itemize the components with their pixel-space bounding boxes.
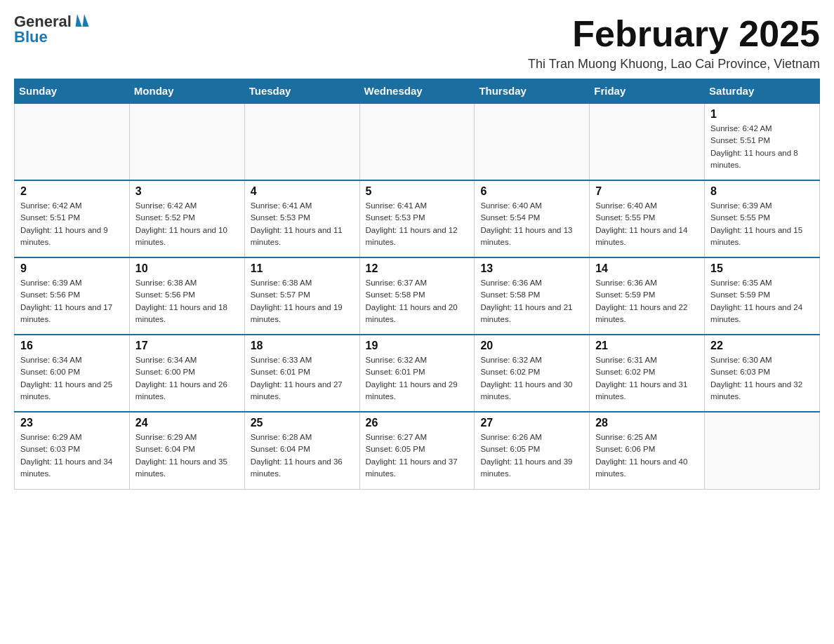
day-info: Sunrise: 6:25 AMSunset: 6:06 PMDaylight:… — [595, 431, 699, 480]
day-info: Sunrise: 6:34 AMSunset: 6:00 PMDaylight:… — [135, 354, 239, 403]
day-info: Sunrise: 6:38 AMSunset: 5:57 PMDaylight:… — [251, 277, 354, 326]
calendar-cell: 14Sunrise: 6:36 AMSunset: 5:59 PMDayligh… — [590, 257, 705, 335]
calendar-cell — [475, 103, 590, 180]
weekday-header-thursday: Thursday — [475, 79, 590, 104]
day-number: 15 — [710, 262, 814, 275]
day-number: 16 — [20, 340, 124, 352]
day-info: Sunrise: 6:42 AMSunset: 5:51 PMDaylight:… — [20, 200, 124, 248]
day-number: 10 — [135, 262, 239, 275]
day-number: 23 — [20, 417, 124, 429]
calendar-cell: 11Sunrise: 6:38 AMSunset: 5:57 PMDayligh… — [244, 257, 359, 335]
calendar-cell: 24Sunrise: 6:29 AMSunset: 6:04 PMDayligh… — [129, 412, 244, 489]
calendar-cell: 25Sunrise: 6:28 AMSunset: 6:04 PMDayligh… — [244, 412, 359, 489]
day-info: Sunrise: 6:42 AMSunset: 5:51 PMDaylight:… — [710, 123, 814, 171]
day-info: Sunrise: 6:40 AMSunset: 5:54 PMDaylight:… — [480, 200, 583, 248]
calendar-cell: 27Sunrise: 6:26 AMSunset: 6:05 PMDayligh… — [475, 412, 590, 489]
calendar-week-3: 9Sunrise: 6:39 AMSunset: 5:56 PMDaylight… — [15, 257, 820, 335]
day-number: 25 — [251, 417, 354, 429]
day-number: 1 — [710, 108, 814, 121]
day-number: 7 — [595, 185, 699, 198]
day-number: 14 — [595, 262, 699, 275]
title-block: February 2025 Thi Tran Muong Khuong, Lao… — [528, 14, 820, 72]
day-number: 4 — [251, 185, 354, 198]
month-title: February 2025 — [528, 14, 820, 54]
day-number: 3 — [135, 185, 239, 198]
day-info: Sunrise: 6:34 AMSunset: 6:00 PMDaylight:… — [20, 354, 124, 403]
calendar-cell: 6Sunrise: 6:40 AMSunset: 5:54 PMDaylight… — [475, 180, 590, 257]
logo-general-text: General — [14, 14, 72, 29]
day-info: Sunrise: 6:29 AMSunset: 6:04 PMDaylight:… — [135, 431, 239, 480]
day-info: Sunrise: 6:41 AMSunset: 5:53 PMDaylight:… — [251, 200, 354, 248]
day-info: Sunrise: 6:36 AMSunset: 5:58 PMDaylight:… — [480, 277, 583, 326]
day-info: Sunrise: 6:38 AMSunset: 5:56 PMDaylight:… — [135, 277, 239, 326]
day-number: 2 — [20, 185, 124, 198]
day-info: Sunrise: 6:26 AMSunset: 6:05 PMDaylight:… — [480, 431, 583, 480]
day-info: Sunrise: 6:40 AMSunset: 5:55 PMDaylight:… — [595, 200, 699, 248]
day-number: 19 — [366, 340, 469, 352]
calendar-cell — [590, 103, 705, 180]
day-info: Sunrise: 6:41 AMSunset: 5:53 PMDaylight:… — [366, 200, 469, 248]
day-number: 28 — [595, 417, 699, 429]
day-number: 6 — [480, 185, 583, 198]
day-number: 26 — [366, 417, 469, 429]
calendar-cell — [705, 412, 820, 489]
day-info: Sunrise: 6:28 AMSunset: 6:04 PMDaylight:… — [251, 431, 354, 480]
calendar-cell — [359, 103, 475, 180]
page-header: General Blue February 2025 Thi Tran Muon… — [14, 14, 820, 72]
calendar-cell: 5Sunrise: 6:41 AMSunset: 5:53 PMDaylight… — [359, 180, 475, 257]
calendar-cell: 17Sunrise: 6:34 AMSunset: 6:00 PMDayligh… — [129, 335, 244, 412]
day-info: Sunrise: 6:32 AMSunset: 6:02 PMDaylight:… — [480, 354, 583, 403]
calendar-cell: 18Sunrise: 6:33 AMSunset: 6:01 PMDayligh… — [244, 335, 359, 412]
weekday-header-saturday: Saturday — [705, 79, 820, 104]
day-info: Sunrise: 6:29 AMSunset: 6:03 PMDaylight:… — [20, 431, 124, 480]
day-number: 13 — [480, 262, 583, 275]
calendar-cell: 3Sunrise: 6:42 AMSunset: 5:52 PMDaylight… — [129, 180, 244, 257]
day-number: 12 — [366, 262, 469, 275]
day-number: 8 — [710, 185, 814, 198]
weekday-header-row: SundayMondayTuesdayWednesdayThursdayFrid… — [15, 79, 820, 104]
day-number: 24 — [135, 417, 239, 429]
calendar-week-5: 23Sunrise: 6:29 AMSunset: 6:03 PMDayligh… — [15, 412, 820, 489]
calendar-cell: 23Sunrise: 6:29 AMSunset: 6:03 PMDayligh… — [15, 412, 130, 489]
calendar-cell: 9Sunrise: 6:39 AMSunset: 5:56 PMDaylight… — [15, 257, 130, 335]
calendar-cell: 19Sunrise: 6:32 AMSunset: 6:01 PMDayligh… — [359, 335, 475, 412]
calendar-cell: 12Sunrise: 6:37 AMSunset: 5:58 PMDayligh… — [359, 257, 475, 335]
day-number: 17 — [135, 340, 239, 352]
calendar-cell — [15, 103, 130, 180]
calendar-cell — [244, 103, 359, 180]
location-subtitle: Thi Tran Muong Khuong, Lao Cai Province,… — [528, 57, 820, 72]
calendar-cell: 13Sunrise: 6:36 AMSunset: 5:58 PMDayligh… — [475, 257, 590, 335]
day-number: 5 — [366, 185, 469, 198]
weekday-header-sunday: Sunday — [15, 79, 130, 104]
day-number: 11 — [251, 262, 354, 275]
calendar-cell: 1Sunrise: 6:42 AMSunset: 5:51 PMDaylight… — [705, 103, 820, 180]
calendar-cell: 22Sunrise: 6:30 AMSunset: 6:03 PMDayligh… — [705, 335, 820, 412]
logo-blue-text: Blue — [14, 29, 48, 45]
weekday-header-friday: Friday — [590, 79, 705, 104]
calendar-cell: 20Sunrise: 6:32 AMSunset: 6:02 PMDayligh… — [475, 335, 590, 412]
calendar-cell: 2Sunrise: 6:42 AMSunset: 5:51 PMDaylight… — [15, 180, 130, 257]
calendar-cell: 8Sunrise: 6:39 AMSunset: 5:55 PMDaylight… — [705, 180, 820, 257]
calendar-cell: 10Sunrise: 6:38 AMSunset: 5:56 PMDayligh… — [129, 257, 244, 335]
day-info: Sunrise: 6:31 AMSunset: 6:02 PMDaylight:… — [595, 354, 699, 403]
logo: General Blue — [14, 14, 87, 45]
weekday-header-monday: Monday — [129, 79, 244, 104]
day-number: 27 — [480, 417, 583, 429]
day-info: Sunrise: 6:33 AMSunset: 6:01 PMDaylight:… — [251, 354, 354, 403]
day-info: Sunrise: 6:36 AMSunset: 5:59 PMDaylight:… — [595, 277, 699, 326]
day-number: 21 — [595, 340, 699, 352]
day-number: 9 — [20, 262, 124, 275]
day-number: 22 — [710, 340, 814, 352]
calendar-cell — [129, 103, 244, 180]
calendar-cell: 16Sunrise: 6:34 AMSunset: 6:00 PMDayligh… — [15, 335, 130, 412]
calendar-week-1: 1Sunrise: 6:42 AMSunset: 5:51 PMDaylight… — [15, 103, 820, 180]
calendar-week-4: 16Sunrise: 6:34 AMSunset: 6:00 PMDayligh… — [15, 335, 820, 412]
calendar-cell: 28Sunrise: 6:25 AMSunset: 6:06 PMDayligh… — [590, 412, 705, 489]
day-info: Sunrise: 6:32 AMSunset: 6:01 PMDaylight:… — [366, 354, 469, 403]
calendar-cell: 26Sunrise: 6:27 AMSunset: 6:05 PMDayligh… — [359, 412, 475, 489]
day-info: Sunrise: 6:39 AMSunset: 5:55 PMDaylight:… — [710, 200, 814, 248]
calendar-cell: 7Sunrise: 6:40 AMSunset: 5:55 PMDaylight… — [590, 180, 705, 257]
calendar-week-2: 2Sunrise: 6:42 AMSunset: 5:51 PMDaylight… — [15, 180, 820, 257]
weekday-header-tuesday: Tuesday — [244, 79, 359, 104]
calendar-table: SundayMondayTuesdayWednesdayThursdayFrid… — [14, 79, 820, 490]
